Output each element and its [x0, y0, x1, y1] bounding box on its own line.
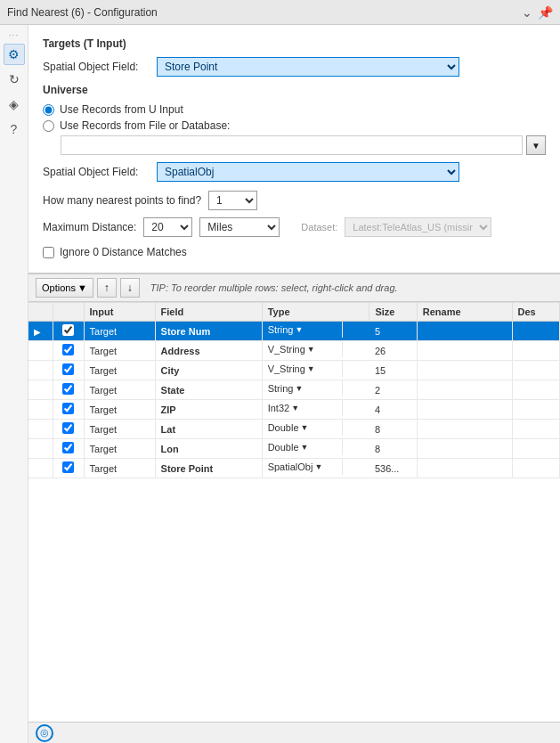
col-header-arrow: [28, 303, 53, 322]
type-dropdown-arrow[interactable]: ▼: [295, 384, 303, 393]
row-type[interactable]: Int32▼: [263, 400, 343, 416]
row-field: ZIP: [155, 400, 262, 420]
row-rename: [417, 341, 512, 361]
row-checkbox[interactable]: [62, 403, 74, 414]
row-type[interactable]: V_String▼: [263, 361, 343, 377]
window-title: Find Nearest (6) - Configuration: [7, 6, 158, 19]
row-input: Target: [84, 420, 155, 439]
row-type[interactable]: String▼: [263, 380, 343, 396]
how-many-dropdown[interactable]: 1 2 3 4 5: [208, 191, 257, 210]
row-checkbox-cell[interactable]: [53, 420, 84, 439]
row-size: 8: [369, 439, 417, 459]
row-input: Target: [84, 380, 155, 400]
table-row[interactable]: TargetAddressV_String▼26: [28, 341, 560, 361]
spatial-object-dropdown[interactable]: Store Point: [157, 57, 459, 77]
options-button[interactable]: Options ▼: [36, 278, 93, 298]
row-arrow: ▶: [28, 322, 53, 341]
radio-u-input[interactable]: [43, 104, 54, 116]
tip-text: TIP: To reorder multiple rows: select, r…: [150, 282, 398, 293]
universe-title: Universe: [43, 84, 546, 96]
dataset-dropdown[interactable]: Latest:TeleAtlas_US (missing): [345, 217, 491, 237]
type-dropdown-arrow[interactable]: ▼: [307, 364, 315, 373]
row-size: 15: [369, 361, 417, 380]
row-rename: [417, 380, 512, 400]
row-type[interactable]: String▼: [263, 322, 343, 338]
universe-spatial-row: Spatial Object Field: SpatialObj: [43, 162, 546, 182]
radio-file-db[interactable]: [43, 120, 54, 132]
col-header-size: Size: [369, 303, 417, 322]
row-checkbox-cell[interactable]: [53, 400, 84, 420]
move-down-button[interactable]: ↓: [120, 278, 140, 298]
row-checkbox-cell[interactable]: [53, 459, 84, 478]
table-row[interactable]: TargetLatDouble▼8: [28, 420, 560, 439]
row-des: [512, 459, 559, 478]
row-checkbox[interactable]: [62, 442, 74, 453]
row-checkbox[interactable]: [62, 324, 74, 336]
spatial-object-label: Spatial Object Field:: [43, 61, 150, 73]
table-row[interactable]: TargetStore PointSpatialObj▼536...: [28, 459, 560, 478]
table-row[interactable]: ▶TargetStore NumString▼5: [28, 322, 560, 341]
row-field: Address: [155, 341, 262, 361]
row-input: Target: [84, 439, 155, 459]
row-checkbox-cell[interactable]: [53, 341, 84, 361]
move-up-button[interactable]: ↑: [97, 278, 117, 298]
row-checkbox[interactable]: [62, 383, 74, 395]
sidebar-icon-gear[interactable]: ⚙: [4, 44, 25, 65]
type-dropdown-arrow[interactable]: ▼: [301, 443, 309, 452]
how-many-label: How many nearest points to find?: [43, 194, 201, 207]
bottom-status-icon[interactable]: ◎: [36, 724, 53, 742]
table-row[interactable]: TargetCityV_String▼15: [28, 361, 560, 380]
row-arrow: [28, 341, 53, 361]
row-input: Target: [84, 459, 155, 478]
col-header-des: Des: [512, 303, 559, 322]
table-row[interactable]: TargetStateString▼2: [28, 380, 560, 400]
type-dropdown-arrow[interactable]: ▼: [307, 345, 315, 354]
row-checkbox[interactable]: [62, 344, 74, 355]
table-row[interactable]: TargetZIPInt32▼4: [28, 400, 560, 420]
row-type[interactable]: Double▼: [263, 420, 343, 436]
ignore-label: Ignore 0 Distance Matches: [60, 246, 187, 258]
row-checkbox[interactable]: [62, 422, 74, 434]
row-checkbox-cell[interactable]: [53, 439, 84, 459]
radio-u-input-label: Use Records from U Input: [60, 103, 183, 116]
file-input-row: ▼: [61, 135, 546, 155]
type-dropdown-arrow[interactable]: ▼: [301, 423, 309, 432]
row-checkbox[interactable]: [62, 461, 74, 473]
file-path-input[interactable]: [61, 135, 523, 155]
row-type[interactable]: SpatialObj▼: [263, 459, 343, 475]
row-field: Store Num: [155, 322, 262, 341]
row-field: State: [155, 380, 262, 400]
sidebar-icon-help[interactable]: ?: [4, 118, 25, 140]
row-checkbox-cell[interactable]: [53, 322, 84, 341]
type-dropdown-arrow[interactable]: ▼: [314, 462, 322, 471]
collapse-icon[interactable]: ⌄: [522, 5, 532, 20]
ignore-checkbox[interactable]: [43, 247, 54, 258]
file-browse-button[interactable]: ▼: [526, 135, 546, 155]
row-checkbox[interactable]: [62, 363, 74, 375]
sidebar: ··· ⚙ ↻ ◈ ?: [0, 25, 28, 743]
row-checkbox-cell[interactable]: [53, 380, 84, 400]
row-rename: [417, 400, 512, 420]
type-dropdown-arrow[interactable]: ▼: [291, 404, 299, 412]
sidebar-icon-tag[interactable]: ◈: [4, 94, 25, 115]
content-area: Targets (T Input) Spatial Object Field: …: [28, 25, 560, 743]
distance-unit-dropdown[interactable]: Miles Kilometers Feet Meters: [199, 217, 280, 237]
row-type[interactable]: V_String▼: [263, 341, 343, 357]
table-row[interactable]: TargetLonDouble▼8: [28, 439, 560, 459]
sidebar-icon-rotate[interactable]: ↻: [4, 69, 25, 90]
fields-table: Input Field Type Size Rename Des ▶Target…: [28, 303, 560, 478]
type-dropdown-arrow[interactable]: ▼: [295, 325, 303, 334]
row-size: 8: [369, 420, 417, 439]
radio-file-label: Use Records from File or Database:: [60, 119, 230, 132]
row-field: Lat: [155, 420, 262, 439]
row-type[interactable]: Double▼: [263, 439, 343, 455]
row-checkbox-cell[interactable]: [53, 361, 84, 380]
spatial-object-row: Spatial Object Field: Store Point: [43, 57, 546, 77]
row-field: Store Point: [155, 459, 262, 478]
max-distance-value[interactable]: 20: [143, 217, 192, 237]
targets-title: Targets (T Input): [43, 37, 546, 50]
row-rename: [417, 459, 512, 478]
row-arrow: [28, 420, 53, 439]
pin-icon[interactable]: 📌: [538, 5, 553, 20]
universe-spatial-dropdown[interactable]: SpatialObj: [157, 162, 459, 182]
